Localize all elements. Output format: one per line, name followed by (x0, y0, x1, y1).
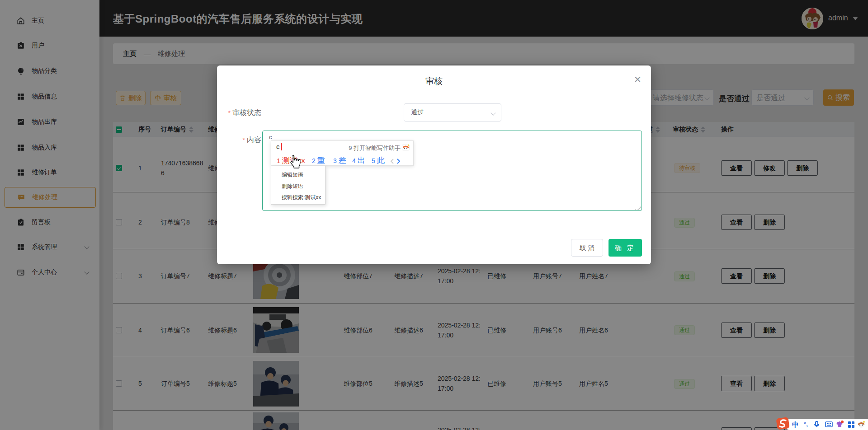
svg-text:°,: °, (804, 421, 808, 428)
svg-text:中: 中 (792, 421, 799, 428)
